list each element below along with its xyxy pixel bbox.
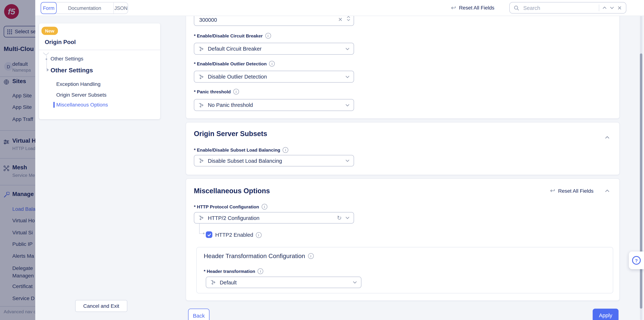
circuit-breaker-label: * Enable/Disable Circuit Breaker i <box>194 33 271 39</box>
reset-all-fields-button[interactable]: ↩ Reset All Fields <box>451 0 494 16</box>
cancel-and-exit-button[interactable]: Cancel and Exit <box>75 300 128 312</box>
header-transformation-select[interactable]: Default <box>206 276 362 288</box>
question-glyph: ? <box>635 258 638 263</box>
tab-documentation[interactable]: Documentation <box>56 3 113 14</box>
nav-item-origin-server-subsets[interactable]: Origin Server Subsets <box>56 92 106 98</box>
new-badge-label: New <box>45 28 54 33</box>
origin-server-subsets-card: Origin Server Subsets * Enable/Disable S… <box>186 122 620 175</box>
clear-icon[interactable]: ✕ <box>338 17 343 23</box>
outlier-detection-select[interactable]: Disable Outlier Detection <box>194 71 354 83</box>
collapse-section-icon[interactable] <box>605 133 610 141</box>
timeout-input[interactable]: 300000 ✕ <box>194 16 354 26</box>
tree-arrow-icon <box>47 68 49 72</box>
circuit-breaker-label-text: * Enable/Disable Circuit Breaker <box>194 33 263 38</box>
info-icon[interactable]: i <box>233 89 239 95</box>
panic-threshold-select[interactable]: No Panic threshold <box>194 99 354 111</box>
header-transformation-value: Default <box>220 279 237 285</box>
chevron-down-icon <box>353 281 357 284</box>
back-button[interactable]: Back <box>188 309 210 320</box>
branch-icon <box>198 102 204 108</box>
scrollbar-track[interactable] <box>640 16 642 320</box>
reset-all-fields-label: Reset All Fields <box>459 5 494 11</box>
new-badge: New <box>42 27 58 35</box>
search-input[interactable] <box>522 5 596 11</box>
info-icon[interactable]: i <box>283 147 288 153</box>
info-icon[interactable]: i <box>269 61 275 67</box>
info-icon[interactable]: i <box>262 204 268 210</box>
tab-form[interactable]: Form <box>41 2 57 14</box>
origin-server-subsets-title: Origin Server Subsets <box>194 130 267 138</box>
timeout-value: 300000 <box>199 17 217 23</box>
collapse-notch-icon[interactable] <box>43 50 49 57</box>
outlier-detection-value: Disable Outlier Detection <box>208 74 267 80</box>
info-icon[interactable]: i <box>265 33 271 39</box>
apply-button-label: Apply <box>599 312 612 318</box>
http-protocol-label-text: * HTTP Protocol Configuration <box>194 204 259 209</box>
info-icon[interactable]: i <box>258 268 264 274</box>
header-transformation-title: Header Transformation Configuration i <box>204 252 314 259</box>
refresh-icon[interactable]: ↻ <box>337 215 342 221</box>
page-title: Origin Pool <box>45 39 76 45</box>
header-transformation-label-text: * Header transformation <box>204 269 255 274</box>
http2-enabled-label-text: HTTP2 Enabled <box>215 232 253 238</box>
chevron-down-icon <box>345 75 350 78</box>
back-button-label: Back <box>193 312 205 319</box>
active-item-indicator <box>54 102 55 108</box>
form-nav-panel: New Origin Pool Other Settings Other Set… <box>39 23 160 119</box>
other-settings-card: 300000 ✕ * Enable/Disable Circuit Breake… <box>186 16 620 119</box>
circuit-breaker-select[interactable]: Default Circuit Breaker <box>194 43 354 55</box>
branch-icon <box>198 215 204 221</box>
branch-icon <box>198 158 204 164</box>
http2-enabled-checkbox[interactable] <box>206 231 212 238</box>
chevron-down-icon <box>345 217 350 219</box>
miscellaneous-options-title: Miscellaneous Options <box>194 187 270 195</box>
tab-json-label: JSON <box>114 5 128 11</box>
field-connector-dot <box>203 233 205 234</box>
section-reset-all-fields-button[interactable]: ↩ Reset All Fields <box>550 188 610 194</box>
tree-bullet-dot <box>46 59 47 60</box>
header-transformation-card: Header Transformation Configuration i * … <box>196 247 613 293</box>
header-transformation-title-text: Header Transformation Configuration <box>204 252 305 259</box>
panic-threshold-label: * Panic threshold i <box>194 89 239 95</box>
info-icon[interactable]: i <box>308 253 314 259</box>
nav-item-other-settings-current[interactable]: Other Settings <box>50 67 93 74</box>
branch-icon <box>198 46 204 52</box>
left-sidebar: f5 Select se Multi-Clou D default Namesp… <box>0 0 36 320</box>
cancel-and-exit-label: Cancel and Exit <box>83 303 119 309</box>
tab-form-label: Form <box>43 5 54 11</box>
chevron-down-icon[interactable] <box>610 7 614 9</box>
chevron-down-icon <box>345 104 350 106</box>
subset-lb-label: * Enable/Disable Subset Load Balancing i <box>194 147 288 153</box>
help-button[interactable]: ? <box>629 251 644 269</box>
chevron-down-icon <box>345 159 350 162</box>
chevron-down-icon <box>345 48 350 50</box>
subset-lb-value: Disable Subset Load Balancing <box>208 158 282 164</box>
app-root: f5 Select se Multi-Clou D default Namesp… <box>0 0 644 320</box>
undo-icon: ↩ <box>451 5 456 11</box>
http-protocol-value: HTTP/2 Configuration <box>208 215 260 221</box>
undo-icon: ↩ <box>550 188 555 194</box>
scrollbar-thumb[interactable] <box>640 54 642 309</box>
search-box[interactable]: ✕ <box>509 2 626 14</box>
section-reset-all-fields-label: Reset All Fields <box>558 188 594 194</box>
nav-item-other-settings[interactable]: Other Settings <box>50 56 84 62</box>
info-icon[interactable]: i <box>256 232 262 238</box>
view-tab-group: Form Documentation JSON <box>41 2 128 14</box>
nav-item-miscellaneous-options[interactable]: Miscellaneous Options <box>56 102 108 108</box>
http-protocol-select[interactable]: HTTP/2 Configuration ↻ <box>194 212 354 224</box>
close-icon[interactable]: ✕ <box>617 5 622 11</box>
origin-pool-modal: Form Documentation JSON ↩ Reset All Fiel… <box>36 0 644 320</box>
panic-threshold-label-text: * Panic threshold <box>194 89 231 94</box>
number-stepper[interactable] <box>347 16 350 21</box>
tree-connector-line <box>46 56 47 69</box>
http-protocol-label: * HTTP Protocol Configuration i <box>194 204 267 210</box>
apply-button[interactable]: Apply <box>593 309 619 320</box>
miscellaneous-options-card: Miscellaneous Options ↩ Reset All Fields… <box>186 178 620 301</box>
branch-icon <box>210 279 216 285</box>
chevron-up-icon[interactable] <box>602 7 607 9</box>
nav-item-exception-handling[interactable]: Exception Handling <box>56 82 100 87</box>
tab-json[interactable]: JSON <box>113 3 128 14</box>
subset-lb-select[interactable]: Disable Subset Load Balancing <box>194 155 354 166</box>
collapse-section-icon[interactable] <box>605 189 610 192</box>
panic-threshold-value: No Panic threshold <box>208 102 253 108</box>
